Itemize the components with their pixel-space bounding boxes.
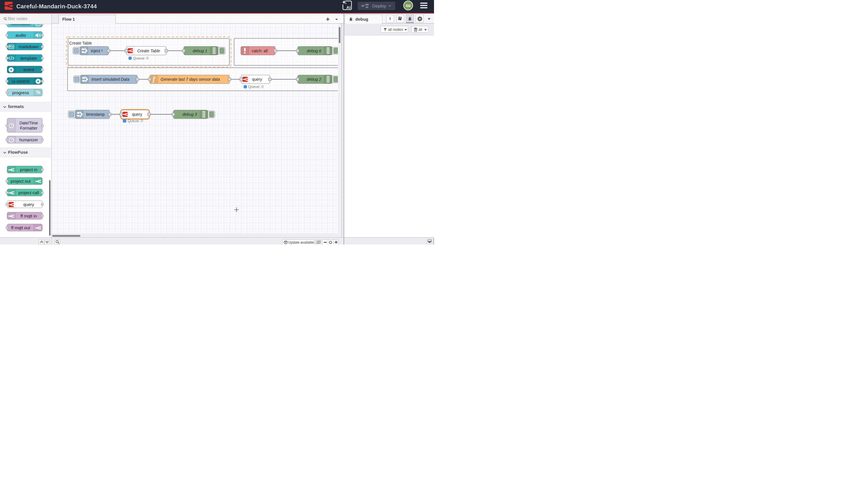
svg-text:debug 1: debug 1 — [193, 49, 207, 53]
svg-text:catch: all: catch: all — [252, 49, 268, 53]
svg-text:ƒ: ƒ — [152, 75, 156, 84]
svg-text:inject ¹: inject ¹ — [91, 49, 103, 53]
svg-text:Insert simulated Data: Insert simulated Data — [91, 77, 129, 82]
svg-text:debug 2: debug 2 — [307, 77, 321, 82]
svg-text:Create Table: Create Table — [69, 41, 92, 46]
svg-text:timestamp: timestamp — [86, 112, 105, 117]
svg-text:Queue: 0: Queue: 0 — [248, 84, 264, 89]
svg-text:Queue: 0: Queue: 0 — [128, 119, 143, 123]
svg-text:AI: AI — [346, 5, 351, 10]
svg-text:Queue: 0: Queue: 0 — [133, 56, 149, 60]
svg-text:debug 6: debug 6 — [307, 49, 321, 53]
svg-text:debug 3: debug 3 — [182, 112, 197, 117]
svg-text:Generate last 7 days sensor da: Generate last 7 days sensor data — [161, 77, 220, 82]
svg-text:query: query — [252, 77, 262, 82]
svg-text:query: query — [132, 112, 142, 117]
svg-text:Create Table: Create Table — [137, 49, 160, 53]
